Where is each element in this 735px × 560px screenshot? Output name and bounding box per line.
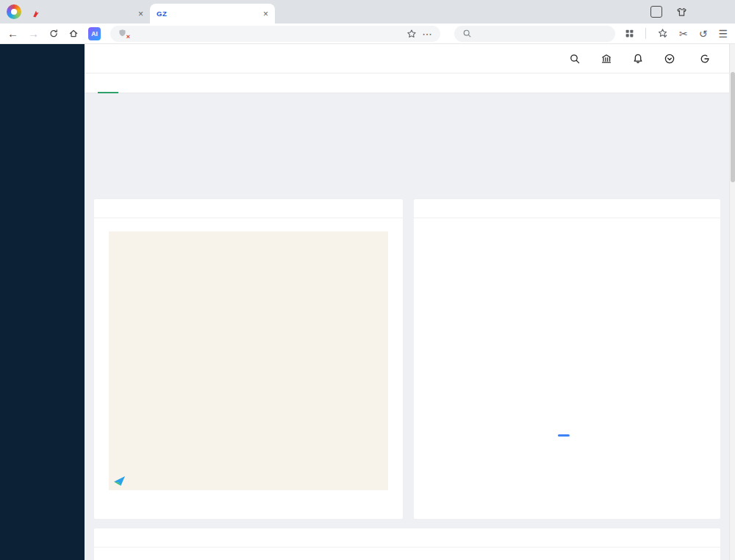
app-topbar bbox=[85, 44, 729, 73]
data-flow-card bbox=[414, 199, 720, 519]
logout-button[interactable] bbox=[699, 53, 714, 65]
amap-logo-icon bbox=[113, 475, 126, 487]
forward-button[interactable]: → bbox=[28, 27, 39, 40]
sidebar bbox=[0, 44, 85, 560]
tab-close-icon[interactable]: × bbox=[263, 9, 268, 19]
device-map[interactable] bbox=[109, 231, 388, 490]
back-button[interactable]: ← bbox=[7, 27, 18, 40]
browser-logo-icon[interactable] bbox=[7, 4, 21, 19]
card-title bbox=[94, 528, 720, 548]
scrollbar-thumb[interactable] bbox=[731, 72, 735, 182]
bank-icon[interactable] bbox=[600, 53, 612, 65]
dashboard-content bbox=[85, 93, 729, 560]
favorites-edit-icon[interactable] bbox=[657, 28, 668, 39]
amap-logo bbox=[113, 475, 129, 487]
ai-extension-icon[interactable]: AI bbox=[88, 27, 101, 40]
device-overview-card bbox=[94, 528, 720, 560]
bookmark-star-icon[interactable] bbox=[406, 29, 417, 39]
home-button[interactable] bbox=[68, 28, 79, 39]
tab-count-badge[interactable] bbox=[650, 6, 662, 18]
user-circle-icon bbox=[664, 53, 675, 65]
bell-icon[interactable] bbox=[632, 53, 644, 65]
theme-shirt-icon[interactable] bbox=[676, 7, 687, 18]
gz-favicon-icon: GZ bbox=[157, 10, 167, 18]
card-title bbox=[94, 199, 403, 218]
legend-line-marker bbox=[558, 434, 570, 437]
apps-grid-icon[interactable] bbox=[625, 29, 634, 38]
flow-line-chart bbox=[420, 227, 714, 434]
browser-window: × GZ × ← → AI × ⋯ bbox=[0, 0, 735, 560]
tab-close-icon[interactable]: × bbox=[138, 9, 143, 19]
menu-icon[interactable]: ☰ bbox=[718, 28, 728, 40]
welcome-user[interactable] bbox=[664, 53, 679, 65]
screenshot-scissors-icon[interactable]: ✂ bbox=[679, 28, 688, 40]
reload-button[interactable] bbox=[49, 28, 59, 39]
quick-search-box[interactable] bbox=[454, 26, 615, 42]
new-tab-button[interactable] bbox=[275, 4, 295, 24]
page-tab-bar bbox=[85, 73, 729, 93]
app-logo bbox=[0, 44, 85, 73]
search-icon[interactable] bbox=[569, 53, 581, 65]
browser-navbar: ← → AI × ⋯ ✂ ↺ ☰ bbox=[0, 24, 735, 44]
browser-tab-sensor[interactable]: × bbox=[25, 4, 150, 24]
logout-icon bbox=[699, 53, 711, 65]
site-not-secure-icon[interactable]: × bbox=[118, 29, 127, 38]
page-scrollbar[interactable] bbox=[729, 44, 735, 560]
tab-home[interactable] bbox=[101, 85, 115, 93]
browser-tab-ganzhi[interactable]: GZ × bbox=[150, 4, 275, 24]
browser-titlebar: × GZ × bbox=[0, 0, 735, 24]
card-title bbox=[414, 199, 720, 218]
address-bar[interactable]: × ⋯ bbox=[110, 26, 440, 42]
stats-row bbox=[94, 102, 720, 193]
chart-legend[interactable] bbox=[417, 434, 716, 437]
red-brand-favicon-icon bbox=[32, 10, 40, 18]
device-distribution-card bbox=[94, 199, 403, 519]
history-undo-icon[interactable]: ↺ bbox=[699, 28, 708, 40]
search-icon bbox=[462, 29, 472, 38]
more-actions-icon[interactable]: ⋯ bbox=[422, 28, 433, 40]
